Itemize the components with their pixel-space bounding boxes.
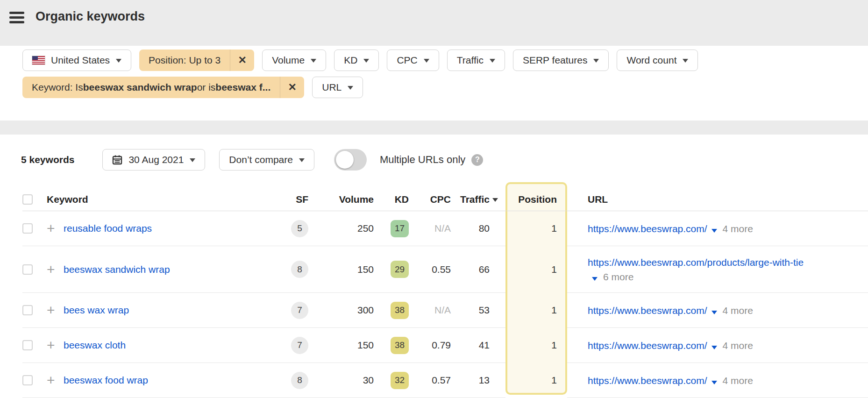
url-link[interactable]: https://www.beeswrap.com/: [588, 223, 707, 234]
row-checkbox[interactable]: [22, 264, 33, 275]
close-icon[interactable]: ✕: [230, 50, 254, 71]
url-cell: https://www.beeswrap.com/4 more: [588, 338, 810, 353]
url-dropdown-icon[interactable]: [711, 346, 717, 349]
calendar-icon: [112, 155, 122, 165]
url-link[interactable]: https://www.beeswrap.com/products/large-…: [588, 257, 804, 268]
cpc-value: 0.55: [432, 264, 451, 275]
volume-value: 150: [308, 246, 374, 293]
position-value: 1: [505, 211, 567, 246]
url-dropdown-icon[interactable]: [592, 277, 598, 281]
table-body: + reusable food wraps 5 250 17 N/A 80 1 …: [22, 211, 868, 398]
keyword-link[interactable]: reusable food wraps: [64, 223, 152, 234]
sort-desc-icon: [492, 198, 498, 202]
position-filter-chip[interactable]: Position: Up to 3 ✕: [139, 50, 254, 71]
traffic-value: 13: [451, 363, 490, 398]
filter-dropdown[interactable]: CPC: [387, 50, 439, 71]
position-value: 1: [505, 363, 567, 398]
more-urls-label[interactable]: 6 more: [603, 271, 633, 282]
volume-value: 150: [308, 328, 374, 363]
filter-row-1: United States Position: Up to 3 ✕ Volume…: [22, 50, 868, 71]
help-icon[interactable]: ?: [471, 154, 483, 166]
table-toolbar: 5 keywords 30 Aug 2021 Don’t compare Mul…: [0, 135, 868, 171]
url-cell: https://www.beeswrap.com/4 more: [588, 221, 810, 236]
serp-features-badge: 7: [291, 337, 308, 354]
add-icon[interactable]: +: [47, 303, 55, 317]
row-checkbox[interactable]: [22, 340, 33, 350]
menu-icon[interactable]: [9, 9, 25, 26]
keyword-filter-chip[interactable]: Keyword: Is beeswax sandwich wrap or is …: [22, 77, 304, 98]
more-urls-label[interactable]: 4 more: [723, 375, 753, 386]
url-dropdown-icon[interactable]: [711, 311, 717, 314]
multiple-urls-toggle[interactable]: [334, 149, 367, 171]
date-picker-label: 30 Aug 2021: [128, 154, 184, 165]
more-urls-label[interactable]: 4 more: [723, 340, 753, 351]
filter-dropdown-label: CPC: [397, 55, 417, 66]
keyword-link[interactable]: bees wax wrap: [64, 305, 129, 316]
position-value: 1: [505, 246, 567, 293]
url-cell: https://www.beeswrap.com/4 more: [588, 373, 810, 388]
cpc-value: N/A: [434, 305, 451, 316]
filter-dropdown[interactable]: Traffic: [447, 50, 505, 71]
filter-dropdown[interactable]: Volume: [262, 50, 326, 71]
chevron-down-icon: [424, 59, 429, 63]
kd-badge: 32: [391, 372, 409, 389]
chevron-down-icon: [363, 59, 369, 63]
position-value: 1: [505, 293, 567, 328]
col-header-position[interactable]: Position: [505, 188, 567, 211]
filter-dropdown[interactable]: KD: [334, 50, 379, 71]
col-header-sf[interactable]: SF: [269, 188, 308, 211]
keyword-filter-label: Keyword: Is beeswax sandwich wrap or is …: [22, 77, 280, 98]
add-icon[interactable]: +: [47, 338, 55, 352]
position-value: 1: [505, 328, 567, 363]
keyword-link[interactable]: beeswax sandwich wrap: [64, 264, 170, 275]
col-header-url[interactable]: URL: [588, 188, 810, 211]
compare-dropdown-label: Don’t compare: [229, 154, 293, 165]
keywords-table: Keyword SF Volume KD CPC Traffic Positio…: [0, 188, 868, 398]
url-link[interactable]: https://www.beeswrap.com/: [588, 375, 707, 386]
panel-divider: [0, 121, 868, 135]
compare-dropdown[interactable]: Don’t compare: [219, 149, 314, 171]
col-header-volume[interactable]: Volume: [308, 188, 374, 211]
cpc-value: 0.79: [432, 340, 451, 351]
filter-dropdown[interactable]: SERP features: [513, 50, 609, 71]
traffic-value: 80: [451, 211, 490, 246]
url-link[interactable]: https://www.beeswrap.com/: [588, 305, 707, 316]
volume-value: 250: [308, 211, 374, 246]
table-row: + beeswax cloth 7 150 38 0.79 41 1 https…: [22, 328, 868, 363]
keyword-link[interactable]: beeswax cloth: [64, 340, 126, 351]
url-dropdown-icon[interactable]: [711, 229, 717, 233]
traffic-value: 66: [451, 246, 490, 293]
url-link[interactable]: https://www.beeswrap.com/: [588, 340, 707, 351]
chevron-down-icon: [490, 59, 495, 63]
traffic-value: 53: [451, 293, 490, 328]
url-filter-dropdown[interactable]: URL: [312, 77, 363, 98]
row-checkbox[interactable]: [22, 223, 33, 234]
row-checkbox[interactable]: [22, 375, 33, 385]
filter-dropdown-label: Volume: [272, 55, 305, 66]
url-cell: https://www.beeswrap.com/4 more: [588, 303, 810, 318]
col-header-cpc[interactable]: CPC: [409, 188, 451, 211]
more-urls-label[interactable]: 4 more: [723, 223, 753, 234]
add-icon[interactable]: +: [47, 263, 55, 277]
country-filter-dropdown[interactable]: United States: [22, 50, 131, 71]
add-icon[interactable]: +: [47, 221, 55, 235]
chevron-down-icon: [311, 59, 316, 63]
row-checkbox[interactable]: [22, 305, 33, 315]
more-urls-label[interactable]: 4 more: [723, 305, 753, 316]
close-icon[interactable]: ✕: [280, 77, 304, 98]
url-filter-label: URL: [322, 82, 342, 93]
kd-badge: 38: [391, 337, 409, 354]
url-dropdown-icon[interactable]: [711, 381, 717, 384]
table-row: + beeswax sandwich wrap 8 150 29 0.55 66…: [22, 246, 868, 293]
col-header-kd[interactable]: KD: [374, 188, 409, 211]
col-header-traffic[interactable]: Traffic: [451, 188, 490, 211]
filter-dropdown-label: SERP features: [523, 55, 588, 66]
keyword-link[interactable]: beeswax food wrap: [64, 375, 148, 386]
serp-features-badge: 5: [291, 220, 308, 237]
table-row: + bees wax wrap 7 300 38 N/A 53 1 https:…: [22, 293, 868, 328]
filter-dropdown[interactable]: Word count: [617, 50, 698, 71]
date-picker-button[interactable]: 30 Aug 2021: [102, 149, 205, 171]
select-all-checkbox[interactable]: [22, 194, 33, 205]
add-icon[interactable]: +: [47, 373, 55, 387]
col-header-keyword[interactable]: Keyword: [47, 188, 269, 211]
